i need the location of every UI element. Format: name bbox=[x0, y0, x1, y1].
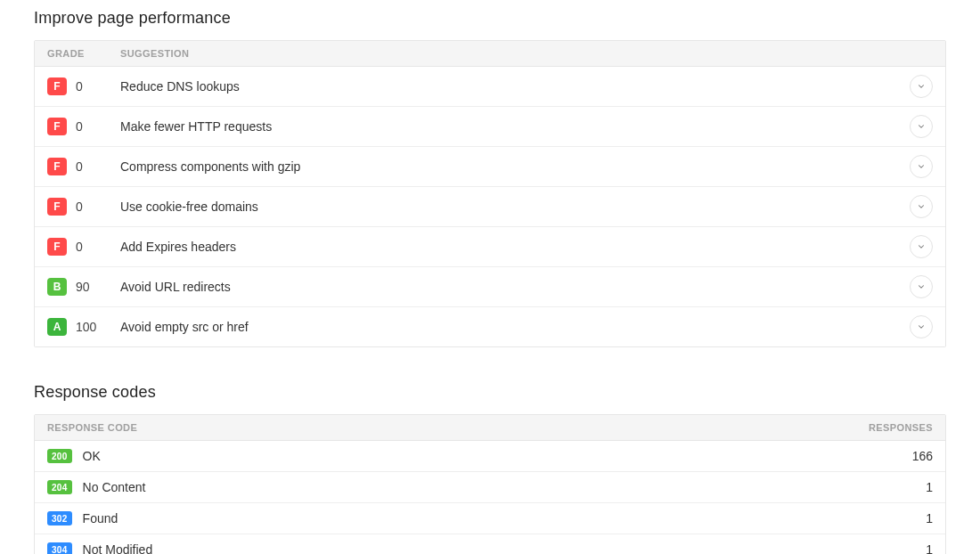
suggestion-text: Compress components with gzip bbox=[120, 159, 910, 174]
responses-table-header: RESPONSE CODE RESPONSES bbox=[35, 415, 945, 441]
header-responses-count: RESPONSES bbox=[826, 422, 933, 433]
grade-badge: F bbox=[47, 198, 67, 216]
header-response-code: RESPONSE CODE bbox=[47, 422, 826, 433]
expand-button[interactable] bbox=[910, 75, 933, 98]
grade-cell: F0 bbox=[47, 77, 120, 95]
response-status-text: No Content bbox=[83, 480, 146, 494]
performance-row[interactable]: F0Add Expires headers bbox=[35, 227, 945, 267]
response-status-text: Not Modified bbox=[83, 542, 153, 554]
suggestion-text: Make fewer HTTP requests bbox=[120, 119, 910, 134]
performance-row[interactable]: F0Use cookie-free domains bbox=[35, 187, 945, 227]
grade-cell: B90 bbox=[47, 278, 120, 296]
response-code-cell: 304Not Modified bbox=[47, 542, 826, 554]
chevron-down-icon bbox=[917, 79, 926, 94]
grade-score: 90 bbox=[76, 280, 90, 294]
grade-cell: A100 bbox=[47, 318, 120, 336]
grade-score: 0 bbox=[76, 79, 83, 94]
chevron-down-icon bbox=[917, 280, 926, 294]
expand-button[interactable] bbox=[910, 235, 933, 258]
expand-button[interactable] bbox=[910, 195, 933, 218]
chevron-down-icon bbox=[917, 240, 926, 254]
suggestion-text: Use cookie-free domains bbox=[120, 200, 910, 214]
response-code-cell: 200OK bbox=[47, 449, 826, 463]
grade-badge: B bbox=[47, 278, 67, 296]
header-grade: GRADE bbox=[47, 48, 120, 59]
expand-button[interactable] bbox=[910, 115, 933, 138]
performance-table-header: GRADE SUGGESTION bbox=[35, 41, 945, 67]
response-status-text: Found bbox=[83, 511, 118, 525]
grade-score: 0 bbox=[76, 240, 83, 254]
suggestion-text: Add Expires headers bbox=[120, 240, 910, 254]
grade-badge: F bbox=[47, 77, 67, 95]
performance-row[interactable]: B90Avoid URL redirects bbox=[35, 267, 945, 307]
header-suggestion: SUGGESTION bbox=[120, 48, 933, 59]
response-row: 204No Content1 bbox=[35, 472, 945, 503]
grade-badge: F bbox=[47, 158, 67, 175]
suggestion-text: Avoid URL redirects bbox=[120, 280, 910, 294]
grade-score: 100 bbox=[76, 320, 96, 334]
response-status-text: OK bbox=[83, 449, 101, 463]
grade-cell: F0 bbox=[47, 198, 120, 216]
response-row: 302Found1 bbox=[35, 503, 945, 534]
response-code-cell: 204No Content bbox=[47, 480, 826, 494]
performance-row[interactable]: F0Reduce DNS lookups bbox=[35, 67, 945, 107]
response-count: 166 bbox=[826, 449, 933, 463]
performance-title: Improve page performance bbox=[34, 9, 946, 28]
chevron-down-icon bbox=[917, 119, 926, 134]
performance-table: GRADE SUGGESTION F0Reduce DNS lookupsF0M… bbox=[34, 40, 946, 347]
grade-cell: F0 bbox=[47, 238, 120, 256]
response-code-badge: 204 bbox=[47, 480, 72, 494]
grade-badge: F bbox=[47, 118, 67, 135]
response-code-cell: 302Found bbox=[47, 511, 826, 525]
response-code-badge: 302 bbox=[47, 511, 72, 525]
grade-badge: A bbox=[47, 318, 67, 336]
response-row: 304Not Modified1 bbox=[35, 534, 945, 554]
performance-row[interactable]: F0Compress components with gzip bbox=[35, 147, 945, 187]
response-code-badge: 304 bbox=[47, 542, 72, 554]
expand-button[interactable] bbox=[910, 155, 933, 178]
grade-cell: F0 bbox=[47, 118, 120, 135]
responses-title: Response codes bbox=[34, 383, 946, 402]
response-count: 1 bbox=[826, 511, 933, 525]
response-count: 1 bbox=[826, 542, 933, 554]
performance-row[interactable]: A100Avoid empty src or href bbox=[35, 307, 945, 346]
responses-section: Response codes RESPONSE CODE RESPONSES 2… bbox=[34, 383, 946, 554]
grade-score: 0 bbox=[76, 159, 83, 174]
response-row: 200OK166 bbox=[35, 441, 945, 472]
suggestion-text: Reduce DNS lookups bbox=[120, 79, 910, 94]
chevron-down-icon bbox=[917, 200, 926, 214]
suggestion-text: Avoid empty src or href bbox=[120, 320, 910, 334]
grade-score: 0 bbox=[76, 200, 83, 214]
chevron-down-icon bbox=[917, 320, 926, 334]
chevron-down-icon bbox=[917, 159, 926, 174]
responses-table: RESPONSE CODE RESPONSES 200OK166204No Co… bbox=[34, 414, 946, 554]
performance-row[interactable]: F0Make fewer HTTP requests bbox=[35, 107, 945, 147]
response-count: 1 bbox=[826, 480, 933, 494]
grade-badge: F bbox=[47, 238, 67, 256]
grade-cell: F0 bbox=[47, 158, 120, 175]
expand-button[interactable] bbox=[910, 315, 933, 338]
performance-section: Improve page performance GRADE SUGGESTIO… bbox=[34, 9, 946, 347]
grade-score: 0 bbox=[76, 119, 83, 134]
expand-button[interactable] bbox=[910, 275, 933, 298]
response-code-badge: 200 bbox=[47, 449, 72, 463]
